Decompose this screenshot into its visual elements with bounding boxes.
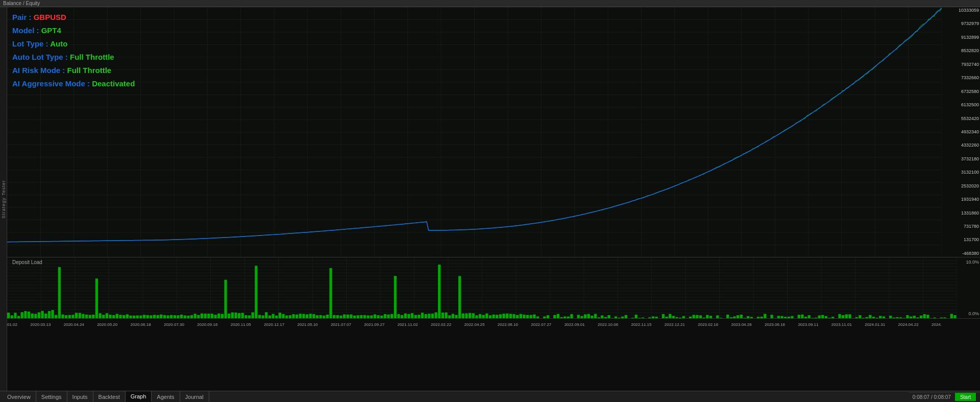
y-axis-label: 6732580 [944, 89, 979, 94]
tab-settings[interactable]: Settings [36, 391, 67, 402]
x-axis-row [7, 319, 980, 327]
status-time: 0:08:07 / 0:08:07 [913, 394, 951, 400]
vertical-label: Strategy Tester [0, 7, 7, 391]
strategy-tester: Balance / Equity Strategy Tester Pair : … [0, 0, 980, 402]
start-button[interactable]: Start [955, 393, 976, 401]
top-bar: Balance / Equity [0, 0, 980, 7]
tab-journal[interactable]: Journal [180, 391, 209, 402]
y-axis-label: 131700 [944, 238, 979, 242]
x-axis-canvas [7, 319, 942, 327]
top-bar-title: Balance / Equity [3, 1, 40, 6]
y-axis-label: 7932740 [944, 62, 979, 67]
chart-body: Pair : GBPUSD Model : GPT4 Lot Type : Au… [7, 7, 980, 391]
y-axis-label: 4332260 [944, 143, 979, 148]
deposit-y-label: 0.0% [959, 311, 979, 316]
y-axis-label: 9732979 [944, 21, 979, 26]
y-axis-label: 2532020 [944, 184, 979, 188]
vertical-label-text: Strategy Tester [1, 180, 6, 218]
y-axis-label: 9132899 [944, 35, 979, 40]
deposit-chart: Deposit Load 10.0%0.0% [7, 257, 980, 319]
deposit-label: Deposit Load [12, 259, 42, 265]
y-axis-label: 10333059 [944, 8, 979, 13]
y-axis-label: 3732180 [944, 157, 979, 161]
deposit-y-label: 10.0% [959, 259, 979, 265]
tab-bar: OverviewSettingsInputsBacktestGraphAgent… [0, 391, 980, 402]
deposit-canvas [7, 257, 957, 319]
price-canvas [7, 7, 942, 257]
tab-backtest[interactable]: Backtest [93, 391, 126, 402]
y-axis-label: 731780 [944, 224, 979, 229]
y-axis-label: 7332660 [944, 76, 979, 80]
y-axis: 1033305997329799132899853282079327407332… [943, 7, 980, 257]
tab-agents[interactable]: Agents [152, 391, 180, 402]
y-axis-label: -468380 [944, 251, 979, 256]
status-bar: 0:08:07 / 0:08:07 Start [909, 392, 980, 401]
y-axis-label: 8532820 [944, 49, 979, 53]
y-axis-label: 6132500 [944, 103, 979, 107]
y-axis-label: 5532420 [944, 116, 979, 121]
y-axis-label: 4932340 [944, 130, 979, 134]
tab-graph[interactable]: Graph [126, 391, 152, 402]
y-axis-label: 1931940 [944, 197, 979, 202]
price-chart: Pair : GBPUSD Model : GPT4 Lot Type : Au… [7, 7, 980, 257]
chart-container: Strategy Tester Pair : GBPUSD Model : GP… [0, 7, 980, 391]
y-axis-label: 3132100 [944, 170, 979, 175]
tabs-container: OverviewSettingsInputsBacktestGraphAgent… [2, 391, 909, 402]
tab-overview[interactable]: Overview [2, 391, 36, 402]
tab-inputs[interactable]: Inputs [67, 391, 93, 402]
deposit-y-axis: 10.0%0.0% [959, 257, 979, 318]
y-axis-label: 1331860 [944, 211, 979, 216]
